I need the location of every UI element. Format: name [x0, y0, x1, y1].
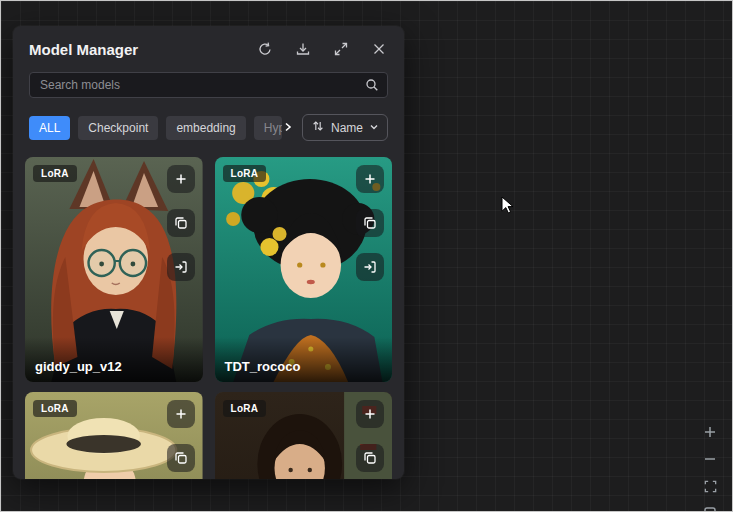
import-icon[interactable] — [356, 253, 384, 281]
model-card[interactable]: LoRA — [25, 392, 203, 479]
add-model-icon[interactable] — [167, 400, 195, 428]
expand-icon[interactable] — [332, 40, 350, 58]
header-icon-group — [256, 40, 388, 58]
refresh-icon[interactable] — [256, 40, 274, 58]
minimap-toggle-icon[interactable] — [700, 503, 720, 512]
card-action-group — [167, 165, 195, 281]
card-action-group — [167, 400, 195, 479]
add-model-icon[interactable] — [356, 165, 384, 193]
filter-tab-embedding[interactable]: embedding — [166, 116, 245, 140]
app-window: Model Manager — [0, 0, 733, 512]
model-card[interactable]: LoRA — [215, 392, 393, 479]
card-action-group — [356, 165, 384, 281]
copy-icon[interactable] — [167, 209, 195, 237]
zoom-out-icon[interactable] — [700, 449, 720, 469]
add-model-icon[interactable] — [167, 165, 195, 193]
filter-tab-all[interactable]: ALL — [29, 116, 70, 140]
model-card[interactable]: LoRA TDT_rococo — [215, 157, 393, 382]
model-type-badge: LoRA — [33, 400, 77, 417]
model-manager-panel: Model Manager — [13, 26, 404, 479]
model-name: giddy_up_v12 — [25, 337, 203, 382]
filter-tab-hypernetwork[interactable]: Hype — [254, 116, 282, 140]
close-icon[interactable] — [370, 40, 388, 58]
card-action-group — [356, 400, 384, 479]
copy-icon[interactable] — [167, 444, 195, 472]
chevron-right-icon[interactable] — [282, 119, 294, 137]
sort-label: Name — [331, 121, 363, 135]
model-type-badge: LoRA — [33, 165, 77, 182]
copy-icon[interactable] — [356, 209, 384, 237]
download-icon[interactable] — [294, 40, 312, 58]
search-bar — [29, 72, 388, 98]
copy-icon[interactable] — [356, 444, 384, 472]
import-icon[interactable] — [167, 253, 195, 281]
model-type-badge: LoRA — [223, 165, 267, 182]
zoom-in-icon[interactable] — [700, 422, 720, 442]
panel-header: Model Manager — [13, 26, 404, 68]
model-type-badge: LoRA — [223, 400, 267, 417]
filter-tab-checkpoint[interactable]: Checkpoint — [78, 116, 158, 140]
add-model-icon[interactable] — [356, 400, 384, 428]
sort-icon — [311, 119, 325, 136]
model-name: TDT_rococo — [215, 337, 393, 382]
panel-title: Model Manager — [29, 41, 256, 58]
model-card[interactable]: LoRA giddy_up_v12 — [25, 157, 203, 382]
search-input[interactable] — [29, 72, 388, 98]
chevron-down-icon — [369, 121, 379, 135]
sort-dropdown[interactable]: Name — [302, 114, 388, 141]
fit-view-icon[interactable] — [700, 476, 720, 496]
canvas-zoom-toolbar — [700, 422, 720, 509]
filter-row: ALL Checkpoint embedding Hype Name — [29, 114, 388, 141]
search-icon — [364, 77, 380, 97]
model-card-grid[interactable]: LoRA giddy_up_v12 — [25, 157, 392, 479]
